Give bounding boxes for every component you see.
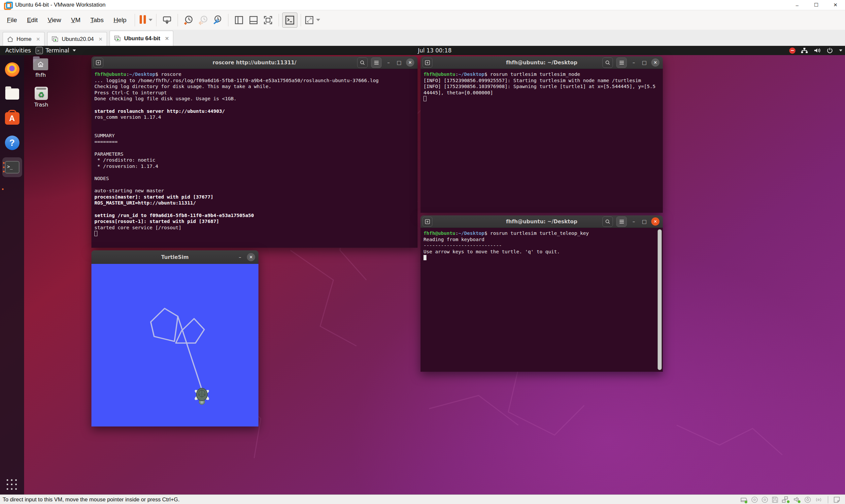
cd-rom-icon[interactable] [761, 496, 769, 503]
close-button[interactable]: ✕ [406, 58, 414, 67]
tab-label: Ubuntu20.04 [62, 36, 94, 42]
vm-running-icon [52, 36, 59, 42]
chevron-down-icon[interactable] [316, 19, 320, 21]
terminal-window-teleop[interactable]: fhfh@ubuntu: ~/Desktop – □ ✕ fhfh@ubuntu… [421, 215, 663, 372]
window-title: Ubuntu 64-bit - VMware Workstation [15, 2, 106, 8]
menu-view[interactable]: View [48, 17, 61, 24]
menu-button[interactable] [616, 57, 627, 68]
network-adapter-icon[interactable] [781, 496, 790, 503]
firefox-icon [5, 62, 19, 77]
scrollbar[interactable] [657, 229, 662, 370]
enter-fullscreen-button[interactable] [261, 13, 275, 28]
window-maximize-button[interactable]: ☐ [807, 0, 826, 10]
terminal-window-turtlesim-node[interactable]: fhfh@ubuntu: ~/Desktop – □ ✕ fhfh@ubuntu… [421, 56, 663, 213]
terminal-output[interactable]: fhfh@ubuntu:~/Desktop$ roscore... loggin… [91, 69, 418, 248]
suspend-vm-button[interactable] [138, 13, 153, 28]
maximize-button[interactable]: □ [641, 219, 648, 224]
hamburger-icon [619, 220, 624, 223]
search-button[interactable] [602, 216, 613, 227]
clock[interactable]: Jul 13 00:18 [413, 46, 456, 55]
floppy-icon[interactable] [771, 496, 779, 503]
turtlesim-window[interactable]: TurtleSim – ✕ [91, 250, 259, 427]
tab-ubuntu-64-bit[interactable]: Ubuntu 64-bit✕ [110, 31, 173, 46]
terminal-output[interactable]: fhfh@ubuntu:~/Desktop$ rosrun turtlesim … [421, 228, 663, 372]
menu-help[interactable]: Help [113, 17, 126, 24]
dock-item-ubuntu-software[interactable]: A [2, 109, 22, 128]
cd-rom-icon[interactable] [751, 496, 758, 503]
running-indicator-dot [2, 188, 4, 190]
snapshot-clock-plus-icon [183, 15, 194, 25]
tab-close-icon[interactable]: ✕ [165, 36, 169, 41]
system-tray[interactable] [789, 46, 842, 55]
new-tab-button[interactable] [423, 217, 433, 227]
focused-app-menu[interactable]: >_ Terminal [36, 46, 76, 55]
turtlesim-titlebar[interactable]: TurtleSim – ✕ [91, 250, 259, 264]
dock-item-firefox[interactable] [2, 60, 22, 79]
sound-icon[interactable] [793, 496, 801, 503]
dock-item-help[interactable]: ? [2, 133, 22, 153]
search-button[interactable] [602, 57, 613, 68]
terminal-output[interactable]: fhfh@ubuntu:~/Desktop$ rosrun turtlesim … [421, 69, 663, 213]
hamburger-icon [374, 61, 379, 65]
menu-button[interactable] [616, 216, 627, 227]
ubuntu-desktop[interactable]: Activities >_ Terminal Jul 13 00:18 A ? … [0, 46, 845, 494]
take-snapshot-button[interactable] [181, 13, 196, 28]
terminal-window-roscore[interactable]: roscore http://ubuntu:11311/ – □ ✕ fhfh@… [91, 56, 418, 248]
revert-snapshot-button[interactable] [196, 13, 210, 28]
resize-diagonal-icon [304, 15, 314, 25]
menu-tabs[interactable]: Tabs [90, 17, 104, 24]
close-button[interactable]: ✕ [651, 217, 659, 226]
split-vertical-icon [234, 15, 244, 25]
manage-snapshots-button[interactable] [210, 13, 225, 28]
terminal-titlebar[interactable]: roscore http://ubuntu:11311/ – □ ✕ [91, 56, 418, 69]
tab-ubuntu20-04[interactable]: Ubuntu20.04✕ [47, 32, 107, 46]
search-icon [605, 219, 610, 224]
terminal-titlebar[interactable]: fhfh@ubuntu: ~/Desktop – □ ✕ [421, 56, 663, 69]
tab-close-icon[interactable]: ✕ [36, 36, 40, 42]
files-icon [5, 88, 19, 100]
show-applications-button[interactable] [6, 479, 18, 490]
maximize-button[interactable]: □ [641, 60, 648, 66]
focused-app-name: Terminal [46, 47, 69, 54]
new-tab-button[interactable] [423, 58, 433, 68]
fit-guest-button[interactable] [304, 13, 320, 28]
vmware-tabbar: Home✕Ubuntu20.04✕Ubuntu 64-bit✕ [0, 30, 845, 46]
chevron-down-icon[interactable] [148, 19, 153, 21]
message-log-icon[interactable] [833, 496, 840, 503]
window-close-button[interactable]: ✕ [826, 0, 845, 10]
menu-vm[interactable]: VM [71, 17, 81, 24]
terminal-titlebar[interactable]: fhfh@ubuntu: ~/Desktop – □ ✕ [421, 215, 663, 228]
menu-file[interactable]: File [7, 17, 17, 24]
minimize-button[interactable]: – [630, 219, 637, 224]
dock-item-files[interactable] [2, 84, 22, 104]
search-button[interactable] [357, 57, 368, 68]
menu-edit[interactable]: Edit [27, 17, 38, 24]
maximize-button[interactable]: □ [395, 60, 403, 66]
new-tab-button[interactable] [93, 58, 103, 68]
tab-close-icon[interactable]: ✕ [99, 36, 103, 42]
desktop-icon-trash[interactable]: ♻ Trash [27, 87, 56, 108]
close-button[interactable]: ✕ [651, 58, 659, 67]
send-to-vm-button[interactable] [160, 13, 174, 28]
minimize-button[interactable]: – [630, 60, 637, 66]
hard-disk-icon[interactable] [740, 496, 748, 503]
signal-icon[interactable] [814, 496, 823, 503]
show-library-button[interactable] [232, 13, 246, 28]
show-thumbnail-bar-button[interactable] [246, 13, 261, 28]
vmware-statusbar: To direct input to this VM, move the mou… [0, 494, 845, 504]
do-not-disturb-icon [789, 48, 795, 54]
tab-home[interactable]: Home✕ [3, 32, 45, 46]
menu-button[interactable] [371, 57, 382, 68]
activities-button[interactable]: Activities [5, 46, 31, 55]
close-button[interactable]: ✕ [247, 253, 255, 261]
minimize-button[interactable]: – [385, 60, 392, 66]
desktop-icon-fhfh[interactable]: fhfh [26, 58, 55, 78]
window-minimize-button[interactable]: – [788, 0, 807, 10]
vm-running-icon [114, 35, 121, 42]
turtlesim-canvas[interactable] [91, 264, 259, 427]
open-terminal-button[interactable] [282, 13, 297, 28]
usb-controller-icon[interactable] [804, 496, 811, 503]
minimize-button[interactable]: – [236, 254, 244, 260]
fullscreen-brackets-icon [263, 15, 273, 25]
dock-item-terminal[interactable]: >_ [2, 157, 22, 177]
